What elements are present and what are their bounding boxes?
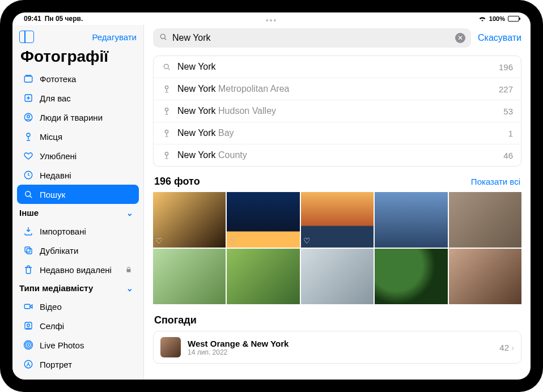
toggle-sidebar-button[interactable] [19, 31, 34, 43]
video-icon [23, 301, 34, 312]
memory-count: 42 [499, 343, 509, 352]
pin-icon [162, 151, 172, 160]
memory-row[interactable]: West Orange & New York 14 лип. 2022 42 › [153, 331, 521, 364]
suggestion-count: 46 [503, 151, 513, 160]
sidebar-item-label: Недавні [40, 171, 71, 180]
favorite-icon: ♡ [155, 236, 163, 245]
suggestion-row[interactable]: New York County 46 [154, 144, 521, 166]
photo-thumbnail[interactable] [375, 192, 447, 248]
photo-thumbnail[interactable] [375, 249, 447, 304]
show-all-button[interactable]: Показати всі [471, 177, 520, 186]
photo-thumbnail[interactable]: ♡ [153, 192, 226, 248]
svg-point-21 [165, 152, 168, 155]
battery-icon [508, 16, 519, 22]
chevron-right-icon: › [511, 343, 514, 352]
suggestion-row[interactable]: New York 196 [154, 56, 521, 78]
pin-icon [162, 84, 172, 93]
search-suggestions: New York 196 New York Metropolitan Area … [153, 56, 521, 167]
suggestion-secondary: Hudson Valley [216, 106, 276, 116]
search-icon [23, 189, 34, 200]
suggestion-row[interactable]: New York Metropolitan Area 227 [154, 78, 521, 100]
suggestion-row[interactable]: New York Bay 1 [154, 122, 521, 144]
sidebar-item-label: Місця [40, 132, 62, 142]
main-content: New York ✕ Скасувати New York 196 New Yo… [144, 25, 531, 380]
search-icon [162, 62, 172, 71]
pin-icon [23, 131, 34, 142]
svg-point-16 [160, 34, 165, 39]
sidebar-item-people[interactable]: Люди й тварини [17, 108, 139, 127]
status-time: 09:41 [24, 15, 41, 23]
battery-percent: 100% [489, 15, 505, 22]
sidebar-item-selfie[interactable]: Селфі [17, 316, 139, 335]
sidebar-item-foryou[interactable]: Для вас [17, 88, 139, 108]
photo-thumbnail[interactable] [449, 249, 521, 304]
sidebar-item-label: Дублікати [40, 246, 78, 255]
sidebar-item-favorites[interactable]: Улюблені [17, 146, 139, 165]
suggestion-secondary: County [216, 150, 247, 160]
suggestion-count: 227 [499, 84, 513, 94]
multitask-handle[interactable]: ••• [266, 16, 278, 25]
sidebar-item-label: Відео [40, 302, 62, 312]
svg-point-11 [27, 324, 30, 327]
svg-rect-8 [27, 249, 32, 254]
section-media-label: Типи медіавмісту [19, 283, 93, 293]
photo-thumbnail[interactable] [227, 249, 299, 304]
svg-point-4 [27, 133, 30, 137]
status-date: Пн 05 черв. [45, 15, 83, 23]
sidebar-item-label: Імпортовані [40, 227, 86, 236]
section-media[interactable]: Типи медіавмісту ⌄ [17, 279, 139, 297]
memories-title: Спогади [154, 314, 520, 326]
suggestion-count: 196 [499, 62, 513, 72]
suggestion-primary: New York [177, 84, 216, 93]
svg-point-3 [27, 115, 30, 118]
svg-point-13 [26, 342, 32, 348]
heart-icon [23, 150, 34, 161]
library-icon [23, 73, 34, 84]
sidebar-item-recently-deleted[interactable]: Недавно видалені [17, 260, 139, 279]
svg-rect-7 [25, 247, 30, 252]
search-field[interactable]: New York ✕ [153, 28, 471, 48]
sidebar-item-label: Улюблені [40, 151, 77, 161]
sidebar-item-live[interactable]: Live Photos [17, 335, 139, 355]
sidebar-item-portrait[interactable]: Портрет [17, 355, 139, 374]
svg-point-18 [165, 86, 168, 89]
sidebar-item-label: Live Photos [40, 340, 84, 350]
sidebar-item-video[interactable]: Відео [17, 297, 139, 316]
section-other-label: Інше [19, 208, 39, 218]
suggestion-primary: New York [177, 106, 216, 116]
chevron-down-icon: ⌄ [126, 208, 133, 218]
suggestion-row[interactable]: New York Hudson Valley 53 [154, 100, 521, 122]
photo-thumbnail[interactable] [153, 249, 226, 304]
svg-point-19 [165, 108, 168, 111]
wifi-icon [478, 15, 486, 23]
suggestion-primary: New York [177, 62, 216, 72]
suggestion-secondary: Bay [216, 128, 234, 138]
results-count-title: 196 фото [154, 176, 200, 188]
clear-search-button[interactable]: ✕ [455, 33, 465, 43]
sidebar-item-label: Для вас [40, 93, 71, 103]
svg-point-17 [164, 64, 168, 69]
sidebar-item-imports[interactable]: Імпортовані [17, 221, 139, 241]
sidebar-item-places[interactable]: Місця [17, 127, 139, 146]
section-other[interactable]: Інше ⌄ [17, 204, 139, 221]
photo-thumbnail[interactable]: ♡ [227, 192, 299, 248]
svg-rect-9 [24, 304, 30, 309]
cancel-button[interactable]: Скасувати [478, 33, 521, 43]
sidebar-item-label: Недавно видалені [40, 265, 112, 275]
trash-icon [23, 264, 34, 275]
sidebar-item-label: Пошук [40, 190, 65, 199]
sidebar-item-recents[interactable]: Недавні [17, 165, 139, 185]
svg-point-6 [26, 191, 31, 197]
svg-rect-0 [24, 76, 32, 83]
suggestion-count: 1 [508, 129, 513, 138]
photo-thumbnail[interactable]: ♡ [301, 192, 374, 248]
favorite-icon: ♡ [303, 236, 311, 245]
sidebar-item-search[interactable]: Пошук [17, 185, 139, 204]
search-icon [159, 32, 168, 44]
photo-thumbnail[interactable] [449, 192, 521, 248]
sidebar-item-duplicates[interactable]: Дублікати [17, 241, 139, 260]
svg-point-15 [24, 360, 32, 368]
sidebar-item-library[interactable]: Фототека [17, 69, 139, 88]
edit-button[interactable]: Редагувати [92, 32, 137, 42]
photo-thumbnail[interactable] [301, 249, 374, 304]
